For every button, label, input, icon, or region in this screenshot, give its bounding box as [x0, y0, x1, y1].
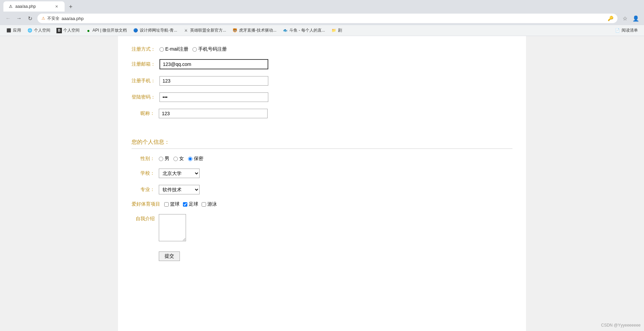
- personal-info-header: 您的个人信息：: [132, 139, 512, 149]
- hobby-basketball-option[interactable]: 篮球: [164, 201, 180, 207]
- key-icon: 🔑: [608, 16, 613, 21]
- page-content: 注册方式： E-mail注册 手机号码注册 注册邮箱：: [118, 36, 526, 331]
- gender-male-option[interactable]: 男: [159, 156, 169, 162]
- email-input[interactable]: [159, 59, 268, 69]
- phone-input[interactable]: [159, 76, 268, 86]
- hobby-basketball-checkbox[interactable]: [164, 202, 169, 207]
- tabs-bar: ⚠ aaa/aa.php ✕ +: [0, 0, 644, 12]
- phone-register-radio[interactable]: [192, 47, 197, 52]
- tab-title: aaa/aa.php: [15, 4, 36, 9]
- bookmark-read-list-label: 阅读清单: [622, 28, 638, 33]
- phone-label: 注册手机：: [132, 78, 159, 84]
- phone-row: 注册手机：: [132, 76, 512, 86]
- bookmark-league-label: 英雄联盟全新官方...: [190, 28, 226, 33]
- bookmark-wechat-api[interactable]: ● API | 微信开放文档: [83, 27, 130, 34]
- read-list-favicon: 📄: [615, 28, 620, 33]
- back-button[interactable]: ←: [3, 14, 13, 23]
- register-method-group: E-mail注册 手机号码注册: [159, 46, 227, 52]
- gender-male-label: 男: [165, 156, 169, 162]
- phone-register-label: 手机号码注册: [198, 46, 227, 52]
- nickname-input[interactable]: [159, 109, 268, 118]
- forward-button[interactable]: →: [14, 14, 24, 23]
- toolbar-icons: ☆ 👤: [620, 14, 641, 23]
- bookmark-apps[interactable]: ⬛ 应用: [3, 27, 24, 34]
- bookmark-apps-label: 应用: [13, 28, 21, 33]
- hobby-football-checkbox[interactable]: [183, 202, 187, 207]
- major-row: 专业： 软件技术 计算机科学 信息管理 电子工程: [132, 185, 512, 194]
- email-register-radio[interactable]: [159, 47, 164, 52]
- hobby-football-option[interactable]: 足球: [183, 201, 198, 207]
- gender-secret-radio[interactable]: [188, 157, 192, 161]
- bookmark-read-list[interactable]: 📄 阅读清单: [612, 27, 641, 34]
- school-label: 学校：: [132, 170, 159, 176]
- bookmark-star-button[interactable]: ☆: [620, 14, 630, 23]
- profile-button[interactable]: 👤: [631, 14, 641, 23]
- designer-favicon: 🔵: [133, 28, 138, 33]
- bookmark-douyu-label: 斗鱼 - 每个人的直...: [289, 28, 325, 33]
- hobby-swimming-option[interactable]: 游泳: [202, 201, 217, 207]
- nickname-row: 昵称：: [132, 109, 512, 118]
- bookmark-designer-label: 设计师网址导航-青...: [140, 28, 177, 33]
- gender-female-radio[interactable]: [173, 157, 178, 161]
- security-warning-text: 不安全: [47, 16, 60, 21]
- reload-button[interactable]: ↻: [25, 14, 35, 23]
- apps-favicon: ⬛: [6, 28, 12, 33]
- watermark: CSDN @Yyyeeeeeee: [601, 323, 641, 328]
- bookmarks-bar: ⬛ 应用 🌐 个人空间 B 个人空间 ● API | 微信开放文档 🔵 设计师网…: [0, 25, 644, 36]
- personal-space-favicon: 🌐: [27, 28, 33, 33]
- address-bar: ⚠ 不安全 🔑: [37, 14, 617, 23]
- password-label: 登陆密码：: [132, 94, 159, 100]
- hobby-football-label: 足球: [189, 201, 198, 207]
- new-tab-button[interactable]: +: [66, 2, 75, 12]
- gender-secret-label: 保密: [194, 156, 203, 162]
- douyu-favicon: 🐟: [283, 28, 288, 33]
- gender-female-option[interactable]: 女: [173, 156, 184, 162]
- school-select[interactable]: 北京大学 清华大学 复旦大学 浙江大学: [159, 169, 200, 178]
- hobby-swimming-label: 游泳: [207, 201, 217, 207]
- url-input[interactable]: [62, 16, 606, 21]
- bookmark-wechat-label: API | 微信开放文档: [92, 28, 127, 33]
- drama-favicon: 📁: [331, 28, 337, 33]
- major-select[interactable]: 软件技术 计算机科学 信息管理 电子工程: [159, 185, 200, 194]
- personal-info-section: 您的个人信息： 性别： 男 女 保密: [132, 128, 512, 271]
- hobby-swimming-checkbox[interactable]: [202, 202, 206, 207]
- bookmark-huya[interactable]: 🐯 虎牙直播-技术驱动...: [230, 27, 279, 34]
- tab-close-button[interactable]: ✕: [54, 4, 59, 9]
- registration-section: 注册方式： E-mail注册 手机号码注册 注册邮箱：: [132, 43, 512, 128]
- bookmark-personal-space[interactable]: 🌐 个人空间: [24, 27, 53, 34]
- blackboard-favicon: B: [56, 28, 62, 33]
- gender-secret-option[interactable]: 保密: [188, 156, 203, 162]
- bookmark-designer[interactable]: 🔵 设计师网址导航-青...: [130, 27, 180, 34]
- bookmark-drama[interactable]: 📁 剧: [328, 27, 345, 34]
- email-row: 注册邮箱：: [132, 59, 512, 69]
- wechat-favicon: ●: [86, 28, 91, 33]
- bookmark-huya-label: 虎牙直播-技术驱动...: [239, 28, 276, 33]
- email-register-option[interactable]: E-mail注册: [159, 46, 188, 52]
- submit-button[interactable]: 提交: [159, 251, 180, 261]
- password-row: 登陆密码：: [132, 92, 512, 102]
- gender-group: 男 女 保密: [159, 156, 203, 162]
- phone-register-option[interactable]: 手机号码注册: [192, 46, 227, 52]
- hobby-group: 篮球 足球 游泳: [164, 201, 217, 207]
- browser-chrome: ⚠ aaa/aa.php ✕ + ← → ↻ ⚠ 不安全 🔑 ☆ 👤 ⬛ 应用: [0, 0, 644, 36]
- hobby-label: 爱好体育项目: [132, 201, 164, 207]
- gender-row: 性别： 男 女 保密: [132, 156, 512, 162]
- major-label: 专业：: [132, 187, 159, 193]
- password-input[interactable]: [159, 92, 268, 102]
- browser-toolbar: ← → ↻ ⚠ 不安全 🔑 ☆ 👤: [0, 12, 644, 25]
- bookmark-douyu[interactable]: 🐟 斗鱼 - 每个人的直...: [280, 27, 328, 34]
- nickname-label: 昵称：: [132, 110, 159, 117]
- hobby-row: 爱好体育项目 篮球 足球 游泳: [132, 201, 512, 207]
- self-intro-textarea[interactable]: [159, 214, 186, 241]
- active-tab[interactable]: ⚠ aaa/aa.php ✕: [3, 1, 65, 12]
- self-intro-label: 自我介绍: [132, 214, 159, 222]
- register-method-label: 注册方式：: [132, 46, 159, 52]
- submit-row: 提交: [132, 248, 512, 261]
- hobby-basketball-label: 篮球: [170, 201, 180, 207]
- tab-favicon: ⚠: [9, 4, 13, 9]
- gender-male-radio[interactable]: [159, 157, 163, 161]
- bookmark-drama-label: 剧: [338, 28, 342, 33]
- email-label: 注册邮箱：: [132, 61, 159, 67]
- bookmark-league[interactable]: ⚔ 英雄联盟全新官方...: [181, 27, 229, 34]
- bookmark-blackboard[interactable]: B 个人空间: [54, 27, 82, 34]
